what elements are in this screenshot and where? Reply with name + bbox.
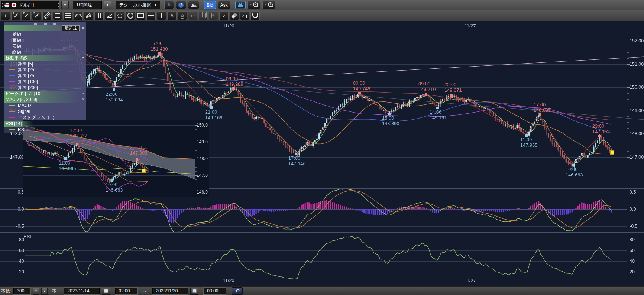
copy-tool[interactable] xyxy=(198,11,208,20)
legend-item: RSI xyxy=(4,127,35,133)
legend-swatch xyxy=(9,69,15,70)
price-annotation: 17:00 148.837 xyxy=(534,102,551,113)
time-from-value: 02:00 xyxy=(119,288,130,294)
legend-item: 期間 [25] xyxy=(4,67,86,73)
legend-swatch xyxy=(9,87,15,88)
legend-label: ピークボトム [10] xyxy=(4,91,42,97)
bar-count-down-button[interactable]: ▼ xyxy=(33,288,39,295)
time-to-input[interactable]: 03:00 xyxy=(204,288,226,294)
latest-bar-button[interactable]: 最新足 xyxy=(62,25,80,31)
swing-marker xyxy=(232,87,235,90)
swing-marker xyxy=(436,107,439,109)
wrench-tool[interactable]: ⌐ xyxy=(219,11,229,20)
swing-marker xyxy=(358,92,361,94)
legend-label: 期間 [5] xyxy=(18,61,33,67)
fx-chart-app: { "toolbar": { "pair_label": "ドル/円", "ti… xyxy=(0,0,644,295)
undo-arrow-icon: ↶ xyxy=(235,288,240,294)
gann-line-tool[interactable] xyxy=(105,11,114,20)
price-annotation: 11:00 147.965 xyxy=(520,137,538,148)
vertical-zoom-out-button[interactable]: ↕ − xyxy=(247,1,260,9)
info-button[interactable]: i xyxy=(176,1,186,9)
text-tool[interactable]: A xyxy=(167,11,177,20)
arc-tool[interactable] xyxy=(74,11,83,20)
currency-pair-dropdown-button[interactable]: ▼ xyxy=(61,1,69,9)
price-annotation: 10:00 146.663 xyxy=(106,182,123,193)
trendline3-tool[interactable]: 3 xyxy=(32,11,41,20)
waveform-icon xyxy=(238,3,243,7)
indicator-legend-panel: 最新足×始値高値安値終値移動平均線×期間 [5]期間 [25]期間 [75]期間… xyxy=(4,22,86,127)
calendar-icon: ▦ xyxy=(104,288,108,294)
circle-tool[interactable] xyxy=(126,11,135,20)
bar-unit-label: 本 xyxy=(52,288,56,294)
crosshair-tool[interactable]: + xyxy=(1,11,10,20)
close-icon[interactable]: × xyxy=(82,91,84,96)
legend-item: 期間 [200] xyxy=(4,85,86,91)
legend-label: RSI [14] xyxy=(4,121,22,126)
legend-label: 安値 xyxy=(4,43,21,49)
legend-drag-handle[interactable] xyxy=(34,23,56,25)
legend-label: 始値 xyxy=(4,31,21,38)
currency-pair-selector[interactable]: ドル/円 xyxy=(1,1,59,9)
price-annotation: 11:00 147.965 xyxy=(59,161,76,172)
legend-label: 期間 [200] xyxy=(18,85,38,91)
time-to-value: 03:00 xyxy=(207,288,218,294)
technical-select-button[interactable]: テクニカル選択 ▼ xyxy=(116,1,160,9)
jp-flag-icon xyxy=(11,2,17,8)
price-annotation: 09:00 149.989 xyxy=(226,76,243,87)
time-from-input[interactable]: 02:00 xyxy=(115,288,137,294)
price-annotation: 14:00 149.191 xyxy=(430,110,447,121)
legend-label: 期間 [25] xyxy=(18,67,35,73)
ask-button[interactable]: Ask xyxy=(218,1,230,9)
trendline1-tool[interactable]: 1 xyxy=(11,11,20,20)
horizontal-line-tool[interactable] xyxy=(146,11,156,20)
legend-swatch xyxy=(9,117,15,118)
legend-item: 高値 xyxy=(4,37,86,43)
timeframe-selector[interactable]: 1時間足 xyxy=(73,1,102,9)
reset-range-button[interactable]: ↶ xyxy=(232,287,243,295)
bid-label: Bid xyxy=(207,3,213,8)
date-from-input[interactable]: 2023/11/14 xyxy=(64,288,100,294)
pencil-button[interactable]: ✎ xyxy=(164,1,174,9)
drag-page-tool[interactable] xyxy=(209,11,218,20)
multi-hline-tool[interactable] xyxy=(63,11,72,20)
icon-stamp-tool[interactable]: ☺icon xyxy=(178,11,187,20)
price-annotation: 00:00 149.749 xyxy=(353,81,370,92)
close-icon[interactable]: × xyxy=(82,97,84,102)
swing-marker xyxy=(64,157,67,160)
swing-marker xyxy=(388,113,391,115)
legend-label: 期間 [75] xyxy=(18,73,35,79)
ruler-tool[interactable] xyxy=(42,11,52,20)
date-to-input[interactable]: 2023/11/30 xyxy=(152,288,188,294)
legend-label: 期間 [100] xyxy=(18,79,38,85)
settings-list-tool[interactable]: ⌐ xyxy=(240,11,249,20)
bar-count-value: 300 xyxy=(17,288,24,294)
fan-lines-tool[interactable] xyxy=(84,11,93,20)
trendline2-tool[interactable]: 2 xyxy=(22,11,31,20)
tick-chart-button[interactable] xyxy=(235,1,246,9)
calendar-to-button[interactable]: ▦ xyxy=(190,288,198,295)
bar-count-up-button[interactable]: ▲ xyxy=(41,288,48,295)
eraser-tool[interactable] xyxy=(230,11,239,20)
rectangle-tool[interactable] xyxy=(136,11,145,20)
pentagon-tool[interactable] xyxy=(115,11,124,20)
calendar-icon: ▦ xyxy=(192,288,197,294)
parallel-lines-tool[interactable] xyxy=(53,11,62,20)
legend-item: MACD xyxy=(4,103,86,108)
vertical-line-tool[interactable] xyxy=(157,11,166,20)
close-icon[interactable]: × xyxy=(82,26,84,30)
calendar-from-button[interactable]: ▦ xyxy=(102,288,110,295)
vertical-zoom-in-button[interactable]: ↕ + xyxy=(262,1,275,9)
history-tool[interactable]: ↩ xyxy=(188,11,197,20)
close-icon[interactable]: × xyxy=(82,55,84,60)
vertical-lines-tool[interactable] xyxy=(94,11,104,20)
us-flag-icon xyxy=(4,2,10,8)
swing-marker xyxy=(539,113,541,116)
info-icon: i xyxy=(178,3,184,8)
magnet-tool[interactable] xyxy=(250,11,260,20)
bar-count-input[interactable]: 300 xyxy=(13,288,30,294)
timeframe-dropdown-button[interactable]: ▼ xyxy=(104,1,111,9)
legend-item: 期間 [100] xyxy=(4,79,86,85)
price-annotation: 17:00 151.430 xyxy=(151,41,168,52)
area-chart-button[interactable] xyxy=(188,1,199,9)
bid-button[interactable]: Bid xyxy=(204,1,216,9)
